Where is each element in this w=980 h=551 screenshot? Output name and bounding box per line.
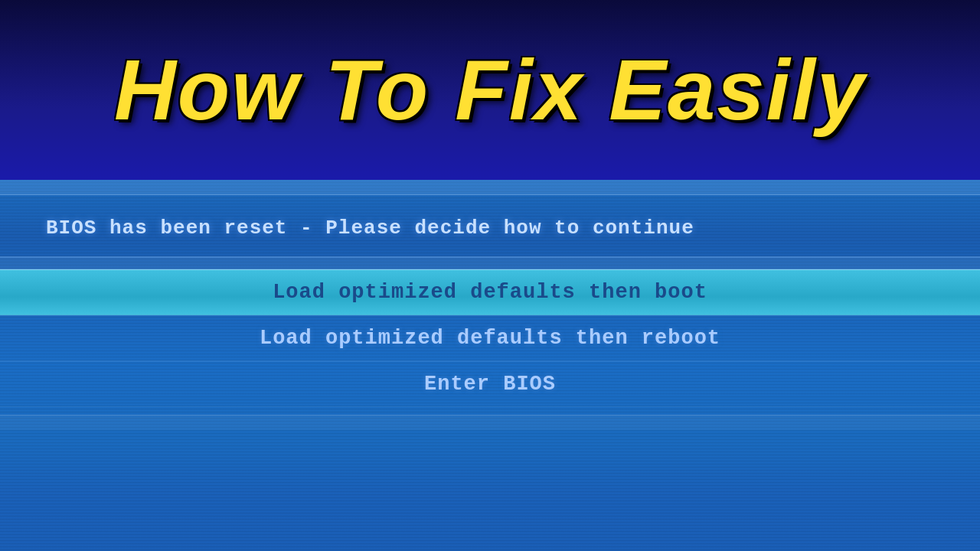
main-title: How To Fix Easily [114, 47, 866, 133]
stripe-separator-1 [0, 257, 980, 269]
menu-item-enter-bios-label: Enter BIOS [424, 373, 556, 396]
menu-item-boot-label: Load optimized defaults then boot [273, 281, 707, 304]
bios-screen: BIOS has been reset - Please decide how … [0, 180, 980, 551]
bios-menu[interactable]: Load optimized defaults then boot Load o… [0, 269, 980, 407]
menu-item-enter-bios[interactable]: Enter BIOS [0, 361, 980, 407]
stripe-bottom [0, 415, 980, 430]
bios-message-text: BIOS has been reset - Please decide how … [46, 217, 694, 240]
menu-item-boot[interactable]: Load optimized defaults then boot [0, 269, 980, 315]
title-area: How To Fix Easily [0, 0, 980, 180]
bios-inner: BIOS has been reset - Please decide how … [0, 180, 980, 551]
menu-item-reboot-label: Load optimized defaults then reboot [260, 327, 720, 350]
stripe-top [0, 180, 980, 195]
menu-item-reboot[interactable]: Load optimized defaults then reboot [0, 315, 980, 361]
bios-message-area: BIOS has been reset - Please decide how … [0, 195, 980, 257]
app-container: How To Fix Easily BIOS has been reset - … [0, 0, 980, 551]
